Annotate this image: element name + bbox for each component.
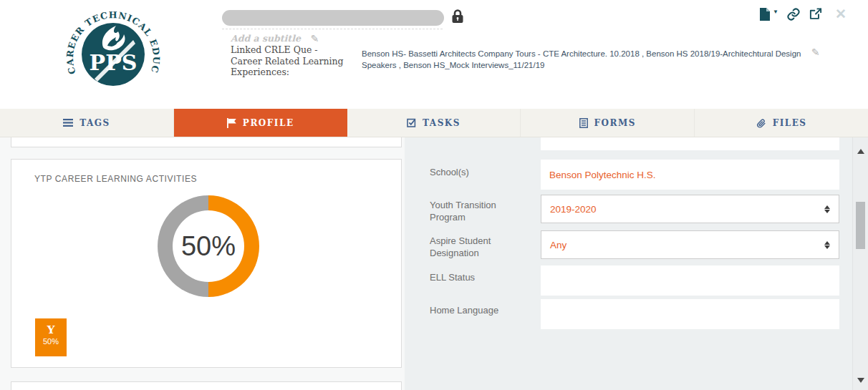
lock-icon[interactable] (451, 9, 464, 24)
menu-icon (63, 119, 73, 127)
chart-legend-badge: Y 50% (35, 318, 67, 356)
tab-profile[interactable]: PROFILE (174, 109, 347, 137)
tab-label: FORMS (594, 118, 636, 128)
card-above-partial (11, 137, 402, 147)
ytp-activities-card: YTP CAREER LEARNING ACTIVITIES 50% Y 50% (11, 159, 402, 368)
donut-hole: 50% (173, 210, 244, 282)
title-underline (222, 17, 443, 29)
linked-crle-label: Linked CRLE Que - Career Related Learnin… (231, 44, 351, 78)
vertical-scrollbar[interactable] (852, 137, 868, 390)
scroll-up-arrow-icon[interactable] (857, 149, 864, 154)
schools-value: Benson Polytechnic H.S. (549, 170, 831, 180)
tab-label: TASKS (423, 118, 460, 128)
form-panel: School(s) Benson Polytechnic H.S. Youth … (405, 137, 868, 390)
link-icon[interactable] (786, 7, 801, 21)
form-lines-icon (579, 118, 588, 128)
profile-tabbar: TAGS PROFILE TASKS FORMS FILES (0, 109, 868, 137)
flag-icon (227, 118, 236, 128)
select-spinner-icon (824, 241, 830, 249)
donut-center-label: 50% (181, 231, 236, 262)
close-icon[interactable]: ✕ (835, 6, 847, 22)
chart-title: YTP CAREER LEARNING ACTIVITIES (34, 174, 197, 184)
profile-content: YTP CAREER LEARNING ACTIVITIES 50% Y 50%… (0, 137, 868, 390)
tab-tags[interactable]: TAGS (0, 109, 174, 137)
schools-label: School(s) (430, 166, 523, 178)
task-check-icon (407, 118, 416, 127)
profile-header: CAREER TECHNICAL EDUCATION PPS Add a sub… (0, 0, 868, 109)
tab-files[interactable]: FILES (695, 109, 868, 137)
field-above-partial (541, 137, 839, 150)
chevron-down-icon: ▼ (773, 9, 778, 15)
linked-crle-value: Benson HS- Bassetti Architects Company T… (362, 48, 807, 71)
ell-status-label: ELL Status (430, 271, 523, 283)
legend-value: 50% (35, 336, 67, 347)
home-language-label: Home Language (430, 304, 523, 316)
pps-cte-logo: CAREER TECHNICAL EDUCATION PPS (64, 4, 162, 102)
scrollbar-thumb[interactable] (856, 202, 865, 249)
tab-tasks[interactable]: TASKS (347, 109, 521, 137)
edit-linked-crle-pencil-icon[interactable]: ✎ (811, 47, 820, 57)
schools-field[interactable]: Benson Polytechnic H.S. (541, 160, 839, 190)
scroll-down-arrow-icon[interactable] (857, 378, 864, 383)
aspire-designation-value: Any (550, 240, 824, 250)
tab-label: PROFILE (243, 118, 294, 128)
donut-chart: 50% (158, 195, 259, 297)
tab-label: FILES (773, 118, 807, 128)
ytp-program-select[interactable]: 2019-2020 (541, 195, 839, 223)
add-subtitle-placeholder[interactable]: Add a subtitle (231, 33, 301, 44)
aspire-designation-label: Aspire Student Designation (430, 235, 523, 259)
select-spinner-icon (824, 205, 830, 213)
legend-key: Y (35, 324, 67, 336)
share-export-icon[interactable] (809, 7, 823, 21)
ytp-program-value: 2019-2020 (550, 204, 824, 215)
aspire-designation-select[interactable]: Any (541, 230, 839, 259)
ell-status-field[interactable] (541, 265, 839, 296)
ytp-program-label: Youth Transition Program (430, 199, 523, 223)
tab-label: TAGS (79, 118, 110, 128)
paperclip-icon (756, 118, 766, 128)
document-menu-button[interactable]: ▼ (759, 7, 778, 21)
card-below-partial (11, 381, 402, 390)
document-icon (759, 7, 771, 21)
edit-subtitle-pencil-icon[interactable]: ✎ (311, 34, 319, 44)
home-language-field[interactable] (541, 299, 839, 329)
tab-forms[interactable]: FORMS (521, 109, 695, 137)
left-panel: YTP CAREER LEARNING ACTIVITIES 50% Y 50% (0, 137, 405, 390)
